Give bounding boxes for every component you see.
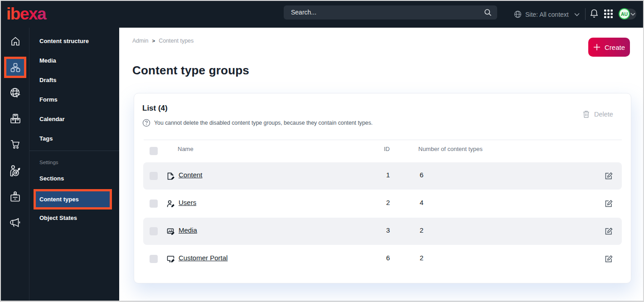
svg-text:ibexa: ibexa <box>6 5 47 23</box>
